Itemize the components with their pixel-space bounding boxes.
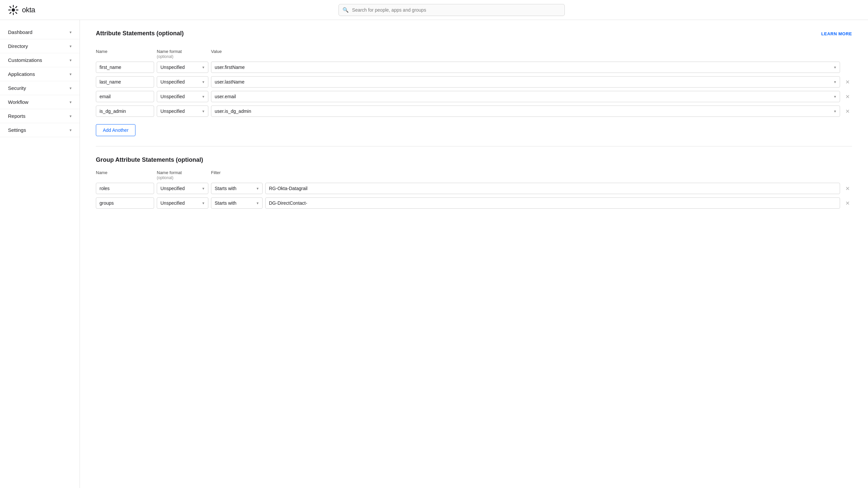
attr-value-select[interactable]: user.email [211, 91, 840, 102]
attr-format-select-wrapper: Unspecified URI Reference Basic [157, 105, 208, 117]
attr-value-select-wrapper: user.lastName [211, 76, 840, 88]
group-attribute-statements-section: Group Attribute Statements (optional) Na… [96, 156, 852, 209]
group-attr-name-input[interactable] [96, 183, 154, 194]
sidebar-item-security[interactable]: Security ▾ [0, 81, 80, 95]
attribute-statements-title: Attribute Statements (optional) [96, 30, 184, 37]
search-bar: 🔍 [339, 4, 565, 16]
sidebar-item-label: Directory [8, 43, 28, 49]
chevron-down-icon: ▾ [69, 58, 71, 63]
attr-table-header: Name Name format (optional) Value [96, 49, 852, 62]
col-header-name: Name [96, 49, 154, 59]
sidebar-item-label: Customizations [8, 57, 42, 63]
chevron-down-icon: ▾ [69, 86, 71, 91]
attr-name-input[interactable] [96, 62, 154, 73]
chevron-down-icon: ▾ [69, 72, 71, 77]
svg-line-5 [10, 6, 11, 8]
main-content: Attribute Statements (optional) LEARN MO… [80, 20, 868, 488]
group-attr-format-select-wrapper: Unspecified URI Reference Basic [157, 183, 208, 194]
attr-format-select[interactable]: Unspecified URI Reference Basic [157, 76, 208, 88]
group-attr-format-select-wrapper: Unspecified URI Reference Basic [157, 197, 208, 209]
group-attr-filter-type-select[interactable]: Starts with Equals Contains Matches rege… [211, 197, 262, 209]
sidebar-item-reports[interactable]: Reports ▾ [0, 109, 80, 123]
attr-value-select-wrapper: user.email [211, 91, 840, 102]
col-header-format: Name format (optional) [157, 170, 208, 180]
group-attr-filter-value-input[interactable] [265, 197, 840, 209]
table-row: Unspecified URI Reference Basic user.is_… [96, 105, 852, 117]
attr-name-input[interactable] [96, 76, 154, 88]
col-header-filter: Filter [211, 170, 262, 180]
sidebar-item-dashboard[interactable]: Dashboard ▾ [0, 25, 80, 39]
app-layout: Dashboard ▾ Directory ▾ Customizations ▾… [0, 20, 868, 488]
okta-logo-icon [8, 5, 19, 15]
attr-value-select[interactable]: user.is_dg_admin [211, 105, 840, 117]
svg-line-8 [10, 12, 11, 13]
attr-value-select[interactable]: user.lastName [211, 76, 840, 88]
sidebar-item-customizations[interactable]: Customizations ▾ [0, 53, 80, 67]
group-attr-filter-type-select-wrapper: Starts with Equals Contains Matches rege… [211, 183, 262, 194]
remove-row-button[interactable]: ✕ [843, 199, 852, 208]
table-row: Unspecified URI Reference Basic user.las… [96, 76, 852, 88]
top-navigation: okta 🔍 [0, 0, 868, 20]
remove-row-button[interactable]: ✕ [843, 107, 852, 116]
group-attr-filter-type-select[interactable]: Starts with Equals Contains Matches rege… [211, 183, 262, 194]
attr-format-select[interactable]: Unspecified URI Reference Basic [157, 105, 208, 117]
svg-line-7 [16, 6, 17, 8]
attr-name-input[interactable] [96, 105, 154, 117]
attr-format-select-wrapper: Unspecified URI Reference Basic [157, 62, 208, 73]
remove-row-button[interactable]: ✕ [843, 184, 852, 193]
sidebar-item-settings[interactable]: Settings ▾ [0, 123, 80, 137]
group-attr-filter-value-input[interactable] [265, 183, 840, 194]
attr-format-select-wrapper: Unspecified URI Reference Basic [157, 76, 208, 88]
section-divider [96, 146, 852, 147]
group-attr-table-header: Name Name format (optional) Filter [96, 170, 852, 183]
sidebar-item-label: Reports [8, 113, 26, 119]
search-icon: 🔍 [342, 7, 349, 13]
col-header-value: Value [211, 49, 840, 59]
search-input[interactable] [339, 4, 565, 16]
group-attr-name-input[interactable] [96, 197, 154, 209]
sidebar-item-label: Workflow [8, 99, 28, 105]
logo-area: okta [8, 5, 35, 15]
chevron-down-icon: ▾ [69, 100, 71, 104]
table-row: Unspecified URI Reference Basic Starts w… [96, 183, 852, 194]
sidebar: Dashboard ▾ Directory ▾ Customizations ▾… [0, 20, 80, 488]
table-row: Unspecified URI Reference Basic Starts w… [96, 197, 852, 209]
svg-line-6 [16, 12, 17, 13]
chevron-down-icon: ▾ [69, 128, 71, 132]
attr-value-select[interactable]: user.firstName [211, 62, 840, 73]
sidebar-item-label: Security [8, 85, 26, 91]
table-row: Unspecified URI Reference Basic user.fir… [96, 62, 852, 73]
svg-point-0 [12, 8, 15, 12]
group-attr-filter-type-select-wrapper: Starts with Equals Contains Matches rege… [211, 197, 262, 209]
attr-value-select-wrapper: user.is_dg_admin [211, 105, 840, 117]
attr-name-input[interactable] [96, 91, 154, 102]
remove-row-button[interactable]: ✕ [843, 78, 852, 87]
attribute-statements-section: Attribute Statements (optional) LEARN MO… [96, 30, 852, 136]
attr-format-select[interactable]: Unspecified URI Reference Basic [157, 91, 208, 102]
chevron-down-icon: ▾ [69, 114, 71, 119]
chevron-down-icon: ▾ [69, 30, 71, 35]
col-header-format: Name format (optional) [157, 49, 208, 59]
group-attr-format-select[interactable]: Unspecified URI Reference Basic [157, 197, 208, 209]
learn-more-link[interactable]: LEARN MORE [822, 31, 852, 36]
okta-wordmark: okta [22, 6, 35, 14]
sidebar-item-directory[interactable]: Directory ▾ [0, 39, 80, 53]
col-header-name: Name [96, 170, 154, 180]
section-header: Attribute Statements (optional) LEARN MO… [96, 30, 852, 43]
group-attr-format-select[interactable]: Unspecified URI Reference Basic [157, 183, 208, 194]
sidebar-item-label: Dashboard [8, 29, 32, 35]
attr-format-select[interactable]: Unspecified URI Reference Basic [157, 62, 208, 73]
sidebar-item-workflow[interactable]: Workflow ▾ [0, 95, 80, 109]
chevron-down-icon: ▾ [69, 44, 71, 49]
attr-format-select-wrapper: Unspecified URI Reference Basic [157, 91, 208, 102]
table-row: Unspecified URI Reference Basic user.ema… [96, 91, 852, 102]
group-attribute-statements-title: Group Attribute Statements (optional) [96, 156, 852, 163]
attr-value-select-wrapper: user.firstName [211, 62, 840, 73]
add-another-button[interactable]: Add Another [96, 124, 135, 136]
sidebar-item-label: Applications [8, 71, 35, 77]
remove-row-button[interactable]: ✕ [843, 92, 852, 101]
sidebar-item-applications[interactable]: Applications ▾ [0, 67, 80, 81]
sidebar-item-label: Settings [8, 127, 26, 133]
